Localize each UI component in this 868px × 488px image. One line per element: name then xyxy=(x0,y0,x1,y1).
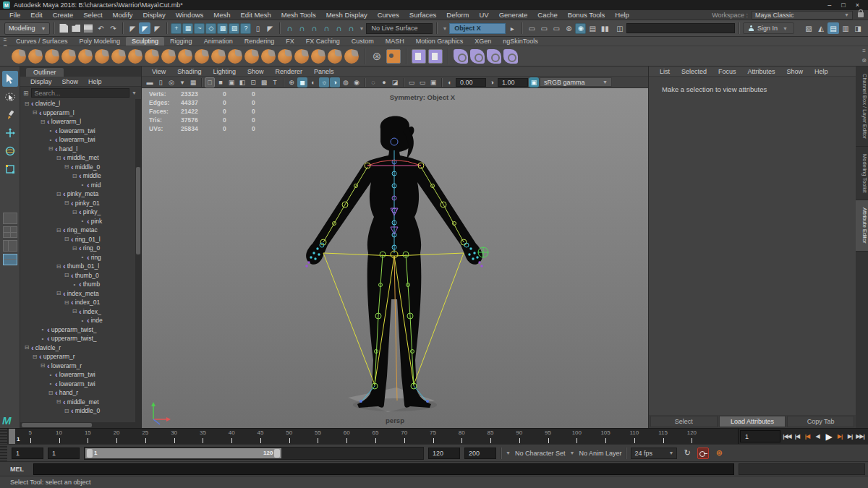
select-by-hierarchy-button[interactable]: ◤ xyxy=(127,22,138,34)
resolution-gate-button[interactable]: ▭ xyxy=(417,77,427,87)
viewport-menu-panels[interactable]: Panels xyxy=(308,68,340,75)
menu-mesh[interactable]: Mesh xyxy=(208,11,235,19)
expand-toggle-icon[interactable]: ⊟ xyxy=(31,354,38,360)
shelf-tab-sculpting[interactable]: Sculpting xyxy=(126,37,164,46)
character-definition-icon[interactable] xyxy=(428,49,443,64)
tree-row-index-01[interactable]: ⊟‹index_01 xyxy=(20,298,135,307)
image-plane-button[interactable]: ▦ xyxy=(188,77,198,87)
menu-uv[interactable]: UV xyxy=(474,11,493,19)
menu-mesh-tools[interactable]: Mesh Tools xyxy=(276,11,321,19)
snap-magnet-viewplane-button[interactable]: ∩ xyxy=(333,22,344,34)
range-end-handle[interactable] xyxy=(274,449,280,458)
menu-help[interactable]: Help xyxy=(610,11,634,19)
flat-shade-button[interactable]: ◧ xyxy=(237,77,247,87)
step-forward-key-button[interactable]: ▶| xyxy=(835,433,845,440)
expand-toggle-icon[interactable]: ⊟ xyxy=(63,163,70,170)
menu-edit[interactable]: Edit xyxy=(25,11,47,19)
playback-end-field[interactable]: 120 xyxy=(428,448,460,459)
go-to-end-button[interactable]: ▶▶| xyxy=(855,433,865,440)
animation-preferences-button[interactable]: ⊛ xyxy=(713,448,725,459)
snap-magnet-curve-button[interactable]: ∩ xyxy=(296,22,307,34)
tree-row-middle-met[interactable]: ⊟‹middle_met xyxy=(20,398,135,407)
step-back-frame-button[interactable]: |◀ xyxy=(792,433,802,440)
shelf-tab-custom[interactable]: Custom xyxy=(346,37,380,46)
tree-row-lowerarm-l[interactable]: ⊟‹lowerarm_l xyxy=(20,117,135,127)
grab-tool-icon[interactable] xyxy=(61,49,76,64)
menu-file[interactable]: File xyxy=(4,11,25,19)
motion-blur-button[interactable]: ◉ xyxy=(352,77,362,87)
textured-display-button[interactable]: ◐ xyxy=(308,77,318,87)
expand-toggle-icon[interactable]: ⊟ xyxy=(47,145,54,152)
outliner-tab[interactable]: Outliner xyxy=(26,68,64,77)
wireframe-on-shaded-button[interactable]: ▩ xyxy=(259,77,269,87)
copy-skin-weights-icon[interactable] xyxy=(470,49,485,64)
wax-tool-icon[interactable] xyxy=(178,49,192,64)
pause-button[interactable]: ▮▮ xyxy=(599,22,610,34)
time-slider-grip[interactable] xyxy=(0,429,7,444)
tree-row-middle[interactable]: ⊟‹middle xyxy=(20,171,135,181)
select-camera-button[interactable]: ▬ xyxy=(145,77,155,87)
expand-toggle-icon[interactable]: ⊟ xyxy=(63,236,70,242)
fill-tool-icon[interactable] xyxy=(211,49,226,64)
symmetry-expand-arrow[interactable]: ▸ xyxy=(506,22,518,34)
tree-row-clavicle-l[interactable]: ⊟‹clavicle_l xyxy=(20,99,135,108)
save-scene-button[interactable] xyxy=(82,22,94,34)
command-line-language-toggle[interactable]: MEL xyxy=(0,466,33,473)
shape-editor-icon[interactable] xyxy=(412,49,426,64)
tree-row-pinky[interactable]: ⊟‹pinky_ xyxy=(20,207,135,217)
unfreeze-tool-icon[interactable] xyxy=(311,49,326,64)
playback-start-field[interactable]: 1 xyxy=(48,448,80,459)
redo-button[interactable]: ↷ xyxy=(107,22,119,34)
expand-toggle-icon[interactable]: ⊟ xyxy=(55,155,62,161)
tree-row-ring-01-l[interactable]: ⊟‹ring_01_l xyxy=(20,235,135,244)
foamy-tool-icon[interactable] xyxy=(111,49,126,64)
select-button[interactable]: Select xyxy=(650,416,718,427)
tree-row-index-meta[interactable]: ⊟‹index_meta xyxy=(20,289,135,299)
shelf-tab-motion-graphics[interactable]: Motion Graphics xyxy=(410,37,469,46)
ae-menu-show[interactable]: Show xyxy=(782,68,809,75)
tree-row-thumb-0[interactable]: ⊟‹thumb_0 xyxy=(20,271,135,281)
gamma-icon[interactable]: ◑ xyxy=(487,77,497,87)
range-bar[interactable]: 1 120 xyxy=(85,448,281,458)
render-view-button[interactable]: ▭ xyxy=(526,22,537,34)
shaded-display-button[interactable]: ◼ xyxy=(297,77,307,87)
step-back-key-button[interactable]: |◀ xyxy=(802,433,812,440)
shelf-tab-poly-modeling[interactable]: Poly Modeling xyxy=(74,37,127,46)
screen-space-ao-button[interactable]: ◍ xyxy=(341,77,351,87)
menu-create[interactable]: Create xyxy=(48,11,79,19)
animation-start-field[interactable]: 1 xyxy=(12,448,43,459)
menu-windows[interactable]: Windows xyxy=(171,11,209,19)
select-by-component-button[interactable]: ◤ xyxy=(151,22,163,34)
shelf-tab-menu-icon[interactable]: ≡ xyxy=(4,37,7,43)
smear-tool-icon[interactable] xyxy=(244,49,259,64)
attribute-editor-toggle[interactable]: ▥ xyxy=(840,22,851,34)
ae-menu-help[interactable]: Help xyxy=(809,68,833,75)
exposure-icon[interactable]: ◐ xyxy=(445,77,455,87)
depth-of-field-button[interactable]: ● xyxy=(379,77,389,87)
range-slider-grip[interactable] xyxy=(0,445,7,461)
tree-row-ring[interactable]: •‹ring xyxy=(20,253,135,262)
step-forward-frame-button[interactable]: ▶| xyxy=(845,433,855,440)
snap-magnet-point-button[interactable]: ∩ xyxy=(308,22,320,34)
fps-selector[interactable]: 24 fps ▼ xyxy=(631,448,677,459)
imprint-tool-icon[interactable] xyxy=(161,49,176,64)
go-to-start-button[interactable]: |◀◀ xyxy=(782,433,792,440)
shelf-tab-xgen[interactable]: XGen xyxy=(469,37,497,46)
render-settings-button[interactable]: ⊛ xyxy=(563,22,574,34)
convert-tool-icon[interactable] xyxy=(344,49,359,64)
menu-mesh-display[interactable]: Mesh Display xyxy=(321,11,373,19)
expand-toggle-icon[interactable]: ⊟ xyxy=(39,362,46,369)
shelf-tab-ngskintools[interactable]: ngSkinTools xyxy=(497,37,544,46)
expand-toggle-icon[interactable]: ⊟ xyxy=(55,290,62,296)
maximize-button[interactable]: □ xyxy=(841,1,845,9)
new-scene-button[interactable] xyxy=(58,22,69,34)
ae-menu-list[interactable]: List xyxy=(655,68,675,75)
animation-end-field[interactable]: 200 xyxy=(464,448,496,459)
shelf-tab-fx[interactable]: FX xyxy=(280,37,300,46)
viewport-menu-view[interactable]: View xyxy=(146,68,171,75)
outliner-menu-show[interactable]: Show xyxy=(58,78,83,85)
tree-row-middle-0[interactable]: ⊟‹middle_0 xyxy=(20,163,135,172)
scale-tool[interactable] xyxy=(2,161,18,177)
current-time-field[interactable]: 1 xyxy=(740,430,780,442)
four-pane-layout-button[interactable] xyxy=(3,226,17,238)
